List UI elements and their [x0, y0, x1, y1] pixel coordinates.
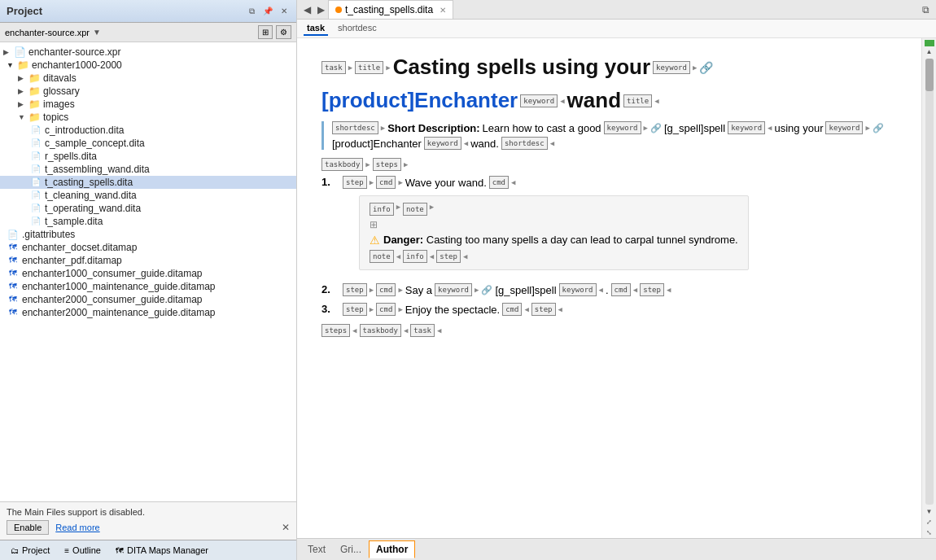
tree-item-t-casting[interactable]: 📄 t_casting_spells.dita — [0, 176, 296, 189]
editor-tab-text[interactable]: Text — [300, 540, 333, 558]
tree-item-root[interactable]: ▶ 📄 enchanter-source.xpr — [0, 46, 296, 59]
scroll-track[interactable] — [925, 59, 934, 505]
steps-tag: steps — [373, 158, 401, 171]
close-bottom-panel-icon[interactable]: ✕ — [282, 522, 290, 533]
tree-item-t-sample[interactable]: 📄 t_sample.dita — [0, 215, 296, 228]
tree-item-t-operating[interactable]: 📄 t_operating_wand.dita — [0, 202, 296, 215]
note-end-tag: note — [370, 250, 394, 263]
pin-icon[interactable]: 📌 — [260, 6, 275, 16]
tree-item-enc2000-maint[interactable]: 🗺 enchanter2000_maintenance_guide.ditama… — [0, 306, 296, 319]
folder-icon-topics: 📁 — [28, 112, 41, 123]
tree-item-enc1000-consumer[interactable]: 🗺 enchanter1000_consumer_guide.ditamap — [0, 267, 296, 280]
tree-item-enc-docset[interactable]: 🗺 enchanter_docset.ditamap — [0, 241, 296, 254]
settings-btn[interactable]: ⊞ — [258, 25, 273, 39]
step-2-step-arrow: ▶ — [370, 286, 374, 294]
step-3-step-end-tag: step — [531, 303, 556, 316]
tree-item-glossary[interactable]: ▶ 📁 glossary — [0, 85, 296, 98]
tree-item-enc-pdf[interactable]: 🗺 enchanter_pdf.ditamap — [0, 254, 296, 267]
step-1: 1. step ▶ cmd ▶ Wave your wand. cmd ◀ — [321, 176, 897, 277]
steps-close-tags: steps ◀ taskbody ◀ task ◀ — [321, 324, 897, 337]
step-2-cmd-tag: cmd — [376, 283, 396, 296]
sec-tab-task[interactable]: task — [304, 21, 328, 36]
t-cleaning-label: t_cleaning_wand.dita — [45, 190, 137, 201]
step-1-text: Wave your wand. — [405, 177, 487, 189]
tree-item-enc1000-maint[interactable]: 🗺 enchanter1000_maintenance_guide.ditama… — [0, 280, 296, 293]
tree-item-images[interactable]: ▶ 📁 images — [0, 98, 296, 111]
enc-docset-label: enchanter_docset.ditamap — [22, 242, 137, 253]
editor-tab-author[interactable]: Author — [369, 540, 415, 558]
restore-icon[interactable]: ⧉ — [247, 6, 257, 17]
tree-arrow-glossary: ▶ — [18, 87, 28, 95]
step-2-cmd-end-arrow: ◀ — [633, 286, 637, 294]
editor-tab-grid[interactable]: Gri... — [333, 540, 369, 558]
shortdesc-keyword-end-arrow-2: ◀ — [464, 139, 468, 147]
shortdesc-keyword-end-1: keyword — [728, 121, 765, 134]
step-1-cmd-tag: cmd — [376, 176, 396, 189]
zoom-icon[interactable]: ⤢ — [925, 517, 934, 527]
taskbody-end-tag: taskbody — [360, 324, 401, 337]
tree-item-gitattributes[interactable]: 📄 .gitattributes — [0, 228, 296, 241]
scroll-up-icon[interactable]: ▲ — [925, 46, 934, 57]
tab-close-icon[interactable]: ✕ — [440, 6, 446, 15]
keyword-arrow-1: ▶ — [693, 63, 697, 72]
read-more-link[interactable]: Read more — [55, 523, 99, 532]
dita-icon-r-spells: 📄 — [29, 151, 42, 162]
ditamap-icon-enc1000-consumer: 🗺 — [7, 268, 20, 279]
step-1-content: step ▶ cmd ▶ Wave your wand. cmd ◀ — [343, 176, 749, 189]
window-controls-icon[interactable]: ⧉ — [919, 1, 933, 19]
ditamap-icon-enc2000-consumer: 🗺 — [7, 294, 20, 305]
folder1000-label: enchanter1000-2000 — [32, 59, 122, 71]
images-label: images — [43, 98, 75, 110]
tree-arrow-topics: ▼ — [18, 113, 28, 121]
taskbody-line: taskbody ▶ steps ▶ — [321, 158, 897, 171]
tree-item-ditavals[interactable]: ▶ 📁 ditavals — [0, 72, 296, 85]
enable-button[interactable]: Enable — [7, 520, 49, 535]
step-2-num: 2. — [321, 283, 338, 295]
scroll-down-icon[interactable]: ▼ — [925, 506, 934, 517]
step-3-cmd-end-arrow: ◀ — [524, 305, 528, 313]
fit-icon[interactable]: ⤡ — [925, 527, 934, 538]
tab-outline[interactable]: ≡ Outline — [57, 542, 108, 558]
editor-content[interactable]: task ▶ title ▶ Casting spells using your… — [297, 38, 921, 538]
xpr-icon: 📄 — [13, 46, 26, 58]
tree-item-t-assembling[interactable]: 📄 t_assembling_wand.dita — [0, 163, 296, 176]
tree-item-folder1000[interactable]: ▼ 📁 enchanter1000-2000 — [0, 59, 296, 72]
tab-dita-maps[interactable]: 🗺 DITA Maps Manager — [108, 542, 216, 558]
tree-item-r-spells[interactable]: 📄 r_spells.dita — [0, 150, 296, 163]
note-end-tags: note ◀ info ◀ step ◀ — [370, 250, 738, 263]
step-3-num: 3. — [321, 303, 338, 315]
shortdesc-end-arrow: ◀ — [550, 139, 554, 147]
tree-item-t-cleaning[interactable]: 📄 t_cleaning_wand.dita — [0, 189, 296, 202]
gear-btn[interactable]: ⚙ — [276, 25, 291, 39]
tab-project[interactable]: 🗂 Project — [3, 542, 57, 558]
enc2000-consumer-label: enchanter2000_consumer_guide.ditamap — [22, 294, 203, 305]
step-2-step-end-tag: step — [640, 283, 664, 296]
editor-tab-casting[interactable]: t_casting_spells.dita ✕ — [328, 0, 453, 19]
tree-arrow-ditavals: ▶ — [18, 74, 28, 82]
tree-item-c-sample[interactable]: 📄 c_sample_concept.dita — [0, 137, 296, 150]
step-3-cmd-tag: cmd — [376, 303, 396, 316]
link-icon-2: 🔗 — [650, 123, 662, 133]
tree-item-enc2000-consumer[interactable]: 🗺 enchanter2000_consumer_guide.ditamap — [0, 293, 296, 306]
ditavals-label: ditavals — [43, 72, 77, 84]
step-2-link-icon: 🔗 — [481, 285, 492, 295]
step-2-content: step ▶ cmd ▶ Say a keyword ▶ 🔗 [g_spell]… — [343, 283, 671, 296]
tree-item-c-intro[interactable]: 📄 c_introduction.dita — [0, 124, 296, 137]
nav-left-icon[interactable]: ◀ — [300, 1, 314, 19]
link-icon-3: 🔗 — [873, 123, 884, 133]
media-icon: ⊞ — [370, 219, 738, 230]
nav-right-icon[interactable]: ▶ — [314, 1, 328, 19]
shortdesc-label: Short Description: — [387, 122, 479, 134]
close-panel-icon[interactable]: ✕ — [278, 6, 290, 16]
info-arrow: ▶ — [396, 203, 400, 216]
dropdown-arrow-icon[interactable]: ▼ — [93, 28, 101, 37]
keyword-arrow-2: ◀ — [560, 97, 564, 105]
shortdesc-tag: shortdesc — [332, 121, 378, 134]
sec-tab-shortdesc[interactable]: shortdesc — [335, 21, 380, 36]
tree-item-topics[interactable]: ▼ 📁 topics — [0, 111, 296, 124]
editor-bottom-tabs: Text Gri... Author — [297, 538, 936, 560]
steps-end-tag: steps — [321, 324, 350, 337]
c-intro-label: c_introduction.dita — [45, 125, 124, 136]
dita-maps-tab-icon: 🗺 — [116, 546, 124, 555]
step-2-text: Say a — [405, 284, 432, 296]
